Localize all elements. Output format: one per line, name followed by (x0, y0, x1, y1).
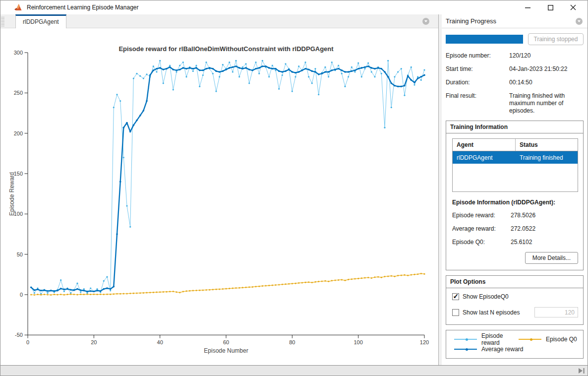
episode-q0-value: 25.6102 (511, 239, 532, 246)
plot-options-title: Plot Options (446, 276, 583, 288)
average-reward-value: 272.0522 (511, 225, 535, 232)
maximize-button[interactable] (539, 0, 562, 14)
chart-series (30, 60, 425, 296)
episode-reward-legend-label: Episode reward (481, 332, 519, 346)
show-episodeq0-checkbox[interactable] (452, 293, 459, 300)
svg-text:300: 300 (14, 50, 23, 56)
duration-label: Duration: (446, 79, 509, 86)
start-time-label: Start time: (446, 65, 509, 73)
panel-collapse-icon[interactable] (576, 18, 583, 25)
episode-q0-legend-line (519, 339, 541, 340)
average-reward-legend-line (454, 349, 477, 350)
episode-reward-legend-line (454, 339, 477, 340)
app-window: Reinforcement Learning Episode Manager r… (0, 0, 588, 376)
drag-grip-icon[interactable] (1, 16, 4, 27)
status-column-header: Status (516, 139, 578, 151)
final-result-value: Training finished with maximum number of… (509, 92, 584, 115)
panel-title: Training Progress (446, 17, 496, 25)
episode-reward-value: 278.5026 (511, 212, 535, 219)
episode-q0-legend-label: Episode Q0 (546, 336, 583, 343)
episode-reward-chart: Episode reward for rlBallOneDimWithoutCo… (0, 28, 438, 365)
svg-text:50: 50 (17, 251, 23, 257)
svg-text:120: 120 (420, 339, 429, 345)
status-cell: Training finished (516, 151, 578, 164)
svg-text:100: 100 (353, 339, 362, 345)
average-reward-label: Average reward: (452, 225, 511, 232)
series-average-reward (30, 65, 425, 292)
svg-text:60: 60 (223, 339, 229, 345)
show-last-n-checkbox[interactable] (452, 309, 459, 316)
svg-text:150: 150 (14, 171, 23, 177)
close-icon (570, 4, 576, 10)
show-episodeq0-label: Show EpisodeQ0 (463, 293, 509, 300)
table-row[interactable]: rlDDPGAgent Training finished (453, 151, 578, 164)
chart-title: Episode reward for rlBallOneDimWithoutCo… (118, 45, 334, 53)
duration-value: 00:14:50 (509, 79, 584, 86)
svg-text:250: 250 (14, 90, 23, 96)
training-progress-panel: Training Progress Training stopped Episo… (442, 14, 588, 365)
tab-strip: rlDDPGAgent (0, 14, 438, 28)
episode-number-value: 120/120 (509, 52, 584, 60)
tab-label: rlDDPGAgent (23, 18, 59, 25)
close-button[interactable] (562, 0, 585, 14)
titlebar: Reinforcement Learning Episode Manager (0, 0, 588, 14)
average-reward-legend-label: Average reward (481, 346, 533, 353)
series-episode-reward (30, 60, 425, 295)
episode-number-label: Episode number: (446, 52, 509, 60)
table-header-row: Agent Status (453, 139, 578, 151)
minimize-button[interactable] (516, 0, 539, 14)
n-episodes-input[interactable] (534, 307, 578, 317)
training-information-box: Training Information Agent Status rlDDPG… (446, 121, 584, 270)
svg-text:-50: -50 (15, 332, 23, 338)
svg-text:0: 0 (20, 292, 23, 298)
matlab-logo-icon (14, 4, 23, 11)
agent-status-table: Agent Status rlDDPGAgent Training finish… (452, 138, 578, 192)
training-progress-bar (446, 35, 523, 44)
expand-right-icon[interactable] (579, 368, 585, 374)
bottom-scroll-strip[interactable] (0, 365, 588, 376)
svg-text:20: 20 (91, 339, 97, 345)
window-title: Reinforcement Learning Episode Manager (27, 4, 138, 11)
chart-axes: -50050100150200250300020406080100120 (14, 50, 429, 345)
show-last-n-label: Show last N episodes (463, 309, 520, 316)
svg-text:40: 40 (157, 339, 163, 345)
more-details-button[interactable]: More Details... (525, 252, 578, 264)
episode-q0-label: Episode Q0: (452, 239, 511, 246)
training-stopped-button[interactable]: Training stopped (528, 33, 584, 45)
chart-legend: Episode reward Episode Q0 Average reward (446, 330, 584, 359)
svg-text:200: 200 (14, 130, 23, 136)
training-information-title: Training Information (446, 121, 583, 133)
plot-options-box: Plot Options Show EpisodeQ0 Show last N … (446, 275, 584, 325)
table-empty-area (453, 164, 578, 191)
plot-panel: Episode reward for rlBallOneDimWithoutCo… (0, 28, 438, 365)
episode-reward-label: Episode reward: (452, 212, 511, 219)
start-time-value: 04-Jan-2023 21:50:22 (509, 65, 584, 73)
panel-divider[interactable] (438, 14, 442, 365)
final-result-label: Final result: (446, 92, 509, 115)
x-axis-label: Episode Number (204, 347, 248, 354)
svg-text:100: 100 (14, 211, 23, 217)
svg-text:0: 0 (26, 339, 29, 345)
tabstrip-collapse-icon[interactable] (422, 18, 429, 25)
agent-cell: rlDDPGAgent (453, 151, 516, 164)
minimize-icon (525, 5, 530, 10)
agent-column-header: Agent (453, 139, 516, 151)
progress-fill (446, 35, 523, 44)
y-axis-label: Episode Reward (8, 172, 15, 216)
series-episode-q0 (30, 273, 425, 296)
svg-text:80: 80 (289, 339, 295, 345)
episode-information-title: Episode Information (rlDDPGAgent): (452, 199, 578, 206)
tab-rlddpgagent[interactable]: rlDDPGAgent (15, 14, 66, 28)
maximize-icon (548, 5, 553, 10)
